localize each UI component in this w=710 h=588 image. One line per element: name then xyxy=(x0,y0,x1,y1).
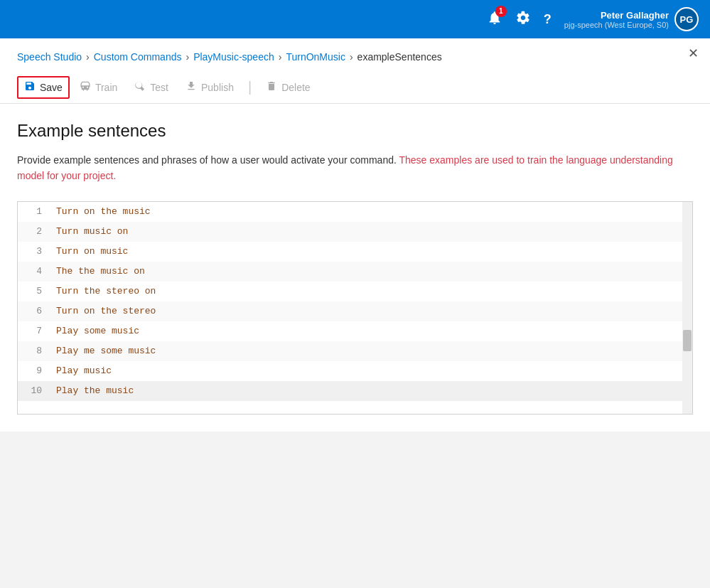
test-button[interactable]: Test xyxy=(127,76,176,99)
user-info: Peter Gallagher pjg-speech (West Europe,… xyxy=(564,7,699,31)
scrollbar-track[interactable] xyxy=(682,202,692,414)
publish-label: Publish xyxy=(201,82,234,93)
line-number: 7 xyxy=(18,326,53,336)
save-icon xyxy=(24,80,36,95)
publish-button[interactable]: Publish xyxy=(178,76,241,99)
notification-icon[interactable]: 1 xyxy=(487,10,502,29)
breadcrumb-sep-1: › xyxy=(86,51,90,63)
line-content: Turn on the music xyxy=(53,206,151,217)
user-name: Peter Gallagher xyxy=(564,10,669,21)
scrollbar-thumb[interactable] xyxy=(683,330,692,351)
user-subscription: pjg-speech (West Europe, S0) xyxy=(564,21,669,29)
breadcrumb-sep-4: › xyxy=(350,51,353,63)
line-content: Play the music xyxy=(53,385,134,396)
content-area: ✕ Speech Studio › Custom Commands › Play… xyxy=(0,38,710,432)
page-content: Example sentences Provide example senten… xyxy=(0,104,710,432)
table-row: 1 Turn on the music xyxy=(18,202,692,222)
line-number: 9 xyxy=(18,365,53,376)
table-row: 6 Turn on the stereo xyxy=(18,301,692,321)
table-row: 9 Play music xyxy=(18,361,692,381)
avatar: PG xyxy=(674,7,699,31)
save-button[interactable]: Save xyxy=(17,76,70,99)
save-label: Save xyxy=(40,82,63,93)
breadcrumb-sep-3: › xyxy=(279,51,282,63)
description-normal: Provide example sentences and phrases of… xyxy=(17,154,397,166)
table-row: 2 Turn music on xyxy=(18,222,692,242)
table-row: 8 Play me some music xyxy=(18,341,692,361)
page-title: Example sentences xyxy=(17,121,693,141)
line-number: 2 xyxy=(18,226,53,237)
breadcrumb-playmusic-speech[interactable]: PlayMusic-speech xyxy=(193,51,274,63)
page-description: Provide example sentences and phrases of… xyxy=(17,152,692,184)
line-number: 8 xyxy=(18,346,53,356)
table-row: 5 Turn the stereo on xyxy=(18,282,692,301)
help-icon[interactable]: ? xyxy=(544,12,552,27)
settings-icon[interactable] xyxy=(515,10,531,29)
train-button[interactable]: Train xyxy=(72,76,124,99)
test-label: Test xyxy=(150,82,168,93)
line-content: Turn the stereo on xyxy=(53,286,156,296)
line-content: Play music xyxy=(53,365,112,376)
breadcrumb-turnonmusic[interactable]: TurnOnMusic xyxy=(286,51,345,63)
train-icon xyxy=(80,80,91,95)
topbar: 1 ? Peter Gallagher pjg-speech (West Eur… xyxy=(0,0,710,38)
toolbar-separator: | xyxy=(248,79,252,95)
breadcrumb-speech-studio[interactable]: Speech Studio xyxy=(17,51,82,63)
delete-icon xyxy=(266,80,277,95)
line-number: 6 xyxy=(18,306,53,316)
table-row: 4 The the music on xyxy=(18,262,692,282)
line-content: Turn music on xyxy=(53,226,128,237)
topbar-icons: 1 ? xyxy=(487,10,552,29)
breadcrumb-current: exampleSentences xyxy=(357,51,442,63)
breadcrumb: Speech Studio › Custom Commands › PlayMu… xyxy=(0,38,710,71)
table-row: 7 Play some music xyxy=(18,321,692,341)
train-label: Train xyxy=(95,82,117,93)
toolbar: Save Train Test Publish | Delete xyxy=(0,71,710,104)
editor-container[interactable]: 1 Turn on the music 2 Turn music on 3 Tu… xyxy=(17,201,693,415)
close-button[interactable]: ✕ xyxy=(688,47,699,60)
delete-label: Delete xyxy=(281,82,310,93)
editor-lines: 1 Turn on the music 2 Turn music on 3 Tu… xyxy=(18,202,692,401)
line-number: 5 xyxy=(18,286,53,296)
line-content: The the music on xyxy=(53,266,145,277)
table-row: 10 Play the music xyxy=(18,381,692,401)
delete-button[interactable]: Delete xyxy=(259,76,317,99)
line-number: 3 xyxy=(18,246,53,257)
line-number: 4 xyxy=(18,266,53,277)
line-content: Turn on the stereo xyxy=(53,306,156,316)
line-content: Turn on music xyxy=(53,246,128,257)
table-row: 3 Turn on music xyxy=(18,242,692,262)
test-icon xyxy=(134,80,146,95)
line-number: 10 xyxy=(18,385,53,396)
line-number: 1 xyxy=(18,206,53,217)
line-content: Play me some music xyxy=(53,346,156,356)
line-content: Play some music xyxy=(53,326,139,336)
breadcrumb-custom-commands[interactable]: Custom Commands xyxy=(94,51,182,63)
breadcrumb-sep-2: › xyxy=(185,51,189,63)
notification-badge: 1 xyxy=(495,6,507,17)
publish-icon xyxy=(185,80,197,95)
